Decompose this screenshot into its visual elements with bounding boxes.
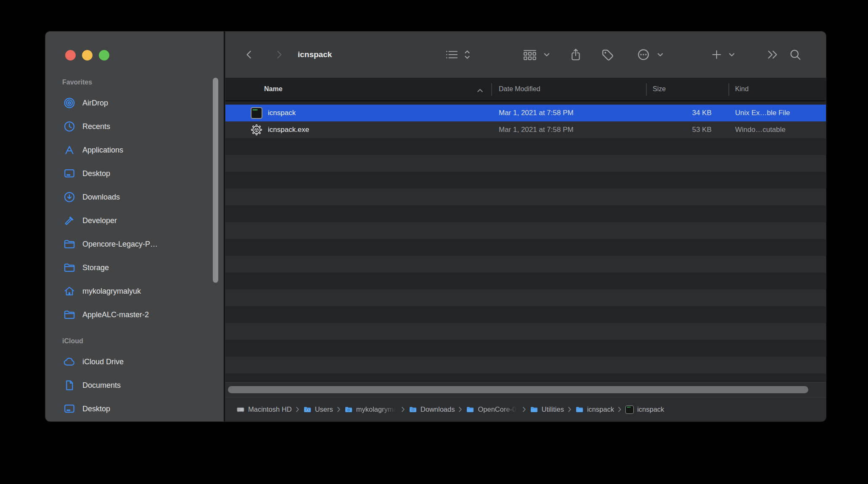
toolbar: icnspack — [225, 32, 826, 78]
sidebar-item-desktop[interactable]: Desktop — [45, 162, 218, 185]
sidebar-section-title: Favorites — [45, 79, 218, 88]
file-name: icnspack — [268, 109, 296, 117]
sidebar-item-label: iCloud Drive — [82, 358, 124, 366]
desktop-icon — [63, 167, 76, 180]
path-chevron-icon — [296, 407, 299, 412]
column-header-name[interactable]: Name — [264, 78, 283, 100]
share-button[interactable] — [569, 32, 582, 78]
tags-button[interactable] — [601, 32, 614, 78]
sidebar-item-label: Documents — [82, 381, 121, 390]
column-divider[interactable] — [728, 83, 729, 96]
share-icon — [569, 48, 582, 61]
folder-user-icon — [303, 405, 312, 414]
path-item-label: Users — [315, 405, 333, 413]
sidebar-item-downloads[interactable]: Downloads — [45, 185, 218, 209]
tag-icon — [601, 48, 614, 61]
sidebar-item-label: Developer — [82, 216, 117, 225]
horizontal-scrollbar-thumb[interactable] — [228, 386, 808, 393]
cloud-icon — [63, 355, 76, 368]
sidebar-item-storage[interactable]: Storage — [45, 256, 218, 279]
path-item-label: OpenCore-0- — [478, 405, 518, 413]
zoom-button[interactable] — [99, 50, 109, 60]
sidebar-item-label: Applications — [82, 146, 123, 155]
sidebar-item-developer[interactable]: Developer — [45, 209, 218, 232]
sidebar: Favorites AirDrop Recents Applications D… — [45, 32, 225, 421]
more-actions-button[interactable] — [637, 32, 650, 78]
sidebar-item-label: Storage — [82, 263, 109, 272]
airdrop-icon — [63, 97, 76, 109]
unix-executable-icon — [251, 107, 262, 119]
path-chevron-icon — [337, 407, 341, 412]
folder-icon — [63, 261, 76, 274]
close-button[interactable] — [65, 50, 76, 60]
chevron-down-icon — [728, 51, 735, 58]
path-item-icnspack[interactable]: icnspack — [625, 405, 664, 414]
list-view-icon — [445, 49, 458, 60]
document-icon — [63, 379, 76, 392]
search-button[interactable] — [789, 32, 802, 78]
sidebar-sections: Favorites AirDrop Recents Applications D… — [45, 79, 218, 421]
main-pane: icnspack — [225, 32, 826, 421]
file-date-modified: Mar 1, 2021 at 7:58 PM — [491, 126, 646, 134]
folder-icon — [63, 238, 76, 250]
sidebar-item-opencore-legacy-p[interactable]: Opencore-Legacy-P… — [45, 232, 218, 256]
sidebar-item-label: AppleALC-master-2 — [82, 310, 149, 319]
sidebar-item-recents[interactable]: Recents — [45, 115, 218, 138]
window-controls — [65, 50, 109, 60]
path-item-opencore-0[interactable]: OpenCore-0- — [466, 405, 518, 414]
file-kind: Windo…cutable — [728, 126, 826, 134]
file-list: icnspack Mar 1, 2021 at 7:58 PM 34 KB Un… — [225, 105, 826, 138]
chevron-down-icon — [657, 51, 664, 58]
horizontal-scrollbar-track[interactable] — [225, 382, 826, 397]
column-header-size[interactable]: Size — [653, 78, 666, 100]
sidebar-item-label: mykolagrymalyuk — [82, 287, 141, 296]
path-item-macintosh-hd[interactable]: Macintosh HD — [236, 405, 292, 414]
file-size: 53 KB — [646, 126, 728, 134]
sidebar-item-airdrop[interactable]: AirDrop — [45, 91, 218, 115]
sidebar-item-label: Recents — [82, 122, 110, 131]
download-circle-icon — [63, 191, 76, 203]
sidebar-item-documents[interactable]: Documents — [45, 374, 218, 397]
sidebar-item-desktop[interactable]: Desktop — [45, 397, 218, 421]
more-actions-chevron[interactable] — [657, 32, 664, 78]
sidebar-scrollbar[interactable] — [213, 78, 218, 283]
unix-executable-icon — [625, 405, 634, 414]
path-item-mykolagryma[interactable]: mykolagryma — [344, 405, 397, 414]
path-bar: Macintosh HD Users mykolagryma Downloads… — [225, 397, 826, 421]
sidebar-item-mykolagrymalyuk[interactable]: mykolagrymalyuk — [45, 279, 218, 303]
path-item-icnspack[interactable]: icnspack — [575, 405, 614, 414]
sidebar-item-icloud-drive[interactable]: iCloud Drive — [45, 350, 218, 374]
column-divider[interactable] — [491, 83, 492, 96]
path-item-label: icnspack — [587, 405, 614, 413]
back-icon — [244, 49, 255, 60]
clock-icon — [63, 120, 76, 133]
sidebar-item-applealc-master-2[interactable]: AppleALC-master-2 — [45, 303, 218, 326]
view-mode-button[interactable] — [445, 32, 458, 78]
forward-button[interactable] — [273, 32, 284, 78]
column-header-kind[interactable]: Kind — [735, 78, 749, 100]
path-item-utilities[interactable]: Utilities — [530, 405, 564, 414]
file-row-icnspack[interactable]: icnspack Mar 1, 2021 at 7:58 PM 34 KB Un… — [225, 105, 826, 121]
back-button[interactable] — [244, 32, 255, 78]
sidebar-item-label: Desktop — [82, 169, 110, 178]
app-a-icon — [63, 144, 76, 156]
path-item-users[interactable]: Users — [303, 405, 333, 414]
column-divider[interactable] — [646, 83, 647, 96]
toolbar-overflow-button[interactable] — [766, 32, 779, 78]
path-item-label: Utilities — [542, 405, 564, 413]
new-folder-button[interactable] — [711, 32, 722, 78]
group-grid-icon — [522, 48, 537, 61]
finder-window: Favorites AirDrop Recents Applications D… — [45, 32, 826, 421]
new-folder-chevron[interactable] — [728, 32, 735, 78]
folder-fill-icon — [575, 405, 584, 414]
column-header-date[interactable]: Date Modified — [499, 78, 540, 100]
folder-icon — [63, 308, 76, 321]
sidebar-item-applications[interactable]: Applications — [45, 138, 218, 162]
path-item-downloads[interactable]: Downloads — [409, 405, 455, 414]
window-title: icnspack — [298, 32, 332, 78]
group-chevron[interactable] — [543, 32, 550, 78]
minimize-button[interactable] — [82, 50, 93, 60]
file-row-icnspack-exe[interactable]: icnspack.exe Mar 1, 2021 at 7:58 PM 53 K… — [225, 121, 826, 138]
view-mode-chevrons[interactable] — [463, 32, 471, 78]
group-button[interactable] — [522, 32, 537, 78]
